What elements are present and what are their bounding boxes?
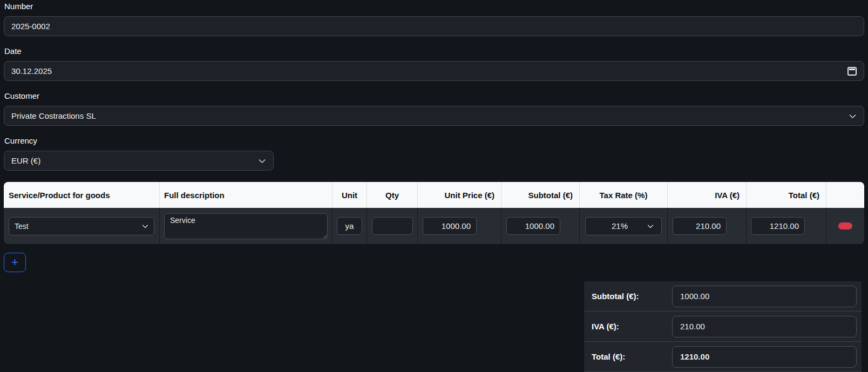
customer-value: Private Costractions SL (11, 111, 96, 120)
header-subtotal: Subtotal (€) (501, 182, 579, 208)
header-description: Full description (159, 182, 332, 208)
header-tax-rate: Tax Rate (%) (579, 182, 667, 208)
chevron-down-icon (647, 222, 653, 228)
chevron-down-icon (259, 156, 266, 163)
iva-input[interactable] (673, 217, 727, 235)
invoice-form-page: Number 2025-0002 Date 30.12.2025 Custome… (0, 2, 868, 372)
date-value: 30.12.2025 (11, 66, 52, 76)
summary-iva-label: IVA (€): (584, 322, 672, 331)
unit-price-input[interactable] (423, 217, 477, 235)
number-input[interactable]: 2025-0002 (4, 16, 864, 36)
customer-select[interactable]: Private Costractions SL (4, 106, 864, 126)
date-input[interactable]: 30.12.2025 (4, 61, 864, 81)
header-qty: Qty (367, 182, 417, 208)
header-total: Total (€) (746, 182, 826, 208)
currency-field-group: Currency EUR (€) (4, 136, 864, 171)
date-label: Date (4, 46, 864, 56)
chevron-down-icon (849, 111, 856, 118)
chevron-down-icon (142, 222, 148, 228)
summary-subtotal-input[interactable]: 1000.00 (672, 286, 857, 307)
number-value: 2025-0002 (11, 22, 50, 31)
add-row-button[interactable]: + (4, 253, 26, 272)
unit-input[interactable] (337, 217, 362, 235)
line-items-header-row: Service/Product for goods Full descripti… (4, 182, 864, 208)
full-description-textarea[interactable]: Service (164, 213, 328, 239)
header-actions (826, 182, 864, 208)
qty-input[interactable] (372, 217, 413, 235)
date-field-group: Date 30.12.2025 (4, 46, 864, 81)
currency-select[interactable]: EUR (€) (4, 151, 274, 171)
summary-subtotal-label: Subtotal (€): (584, 292, 672, 301)
header-iva: IVA (€) (667, 182, 746, 208)
tax-rate-select[interactable]: 21% (585, 217, 662, 235)
total-cell (746, 208, 826, 244)
summary-iva-row: IVA (€): 210.00 (584, 312, 862, 342)
qty-cell (367, 208, 417, 244)
customer-field-group: Customer Private Costractions SL (4, 91, 864, 126)
currency-value: EUR (€) (11, 156, 40, 165)
currency-label: Currency (4, 136, 864, 146)
delete-row-button[interactable] (838, 222, 852, 229)
summary-total-label: Total (€): (584, 352, 672, 361)
calendar-icon[interactable] (847, 67, 857, 76)
summary-iva-value: 210.00 (680, 322, 705, 331)
summary-total-value: 1210.00 (680, 352, 709, 361)
summary-subtotal-value: 1000.00 (680, 292, 709, 301)
summary-subtotal-row: Subtotal (€): 1000.00 (584, 281, 862, 312)
number-label: Number (4, 2, 864, 11)
totals-summary-table: Subtotal (€): 1000.00 IVA (€): 210.00 To… (584, 281, 862, 372)
total-input[interactable] (751, 217, 805, 235)
tax-rate-cell: 21% (579, 208, 667, 244)
header-service: Service/Product for goods (4, 182, 159, 208)
tax-rate-value: 21% (612, 221, 628, 231)
service-product-value: Test (15, 222, 29, 231)
subtotal-input[interactable] (506, 217, 560, 235)
header-unit: Unit (332, 182, 367, 208)
subtotal-cell (501, 208, 579, 244)
iva-cell (667, 208, 746, 244)
number-field-group: Number 2025-0002 (4, 2, 864, 36)
description-cell: Service (159, 208, 332, 244)
unit-price-cell (417, 208, 501, 244)
line-items-table: Service/Product for goods Full descripti… (4, 182, 864, 244)
summary-iva-input[interactable]: 210.00 (672, 316, 857, 337)
unit-cell (332, 208, 367, 244)
line-item-row: Test Service 21% (4, 208, 864, 244)
summary-total-row: Total (€): 1210.00 (584, 342, 862, 372)
summary-total-input[interactable]: 1210.00 (672, 346, 857, 368)
header-unit-price: Unit Price (€) (417, 182, 501, 208)
row-actions-cell (826, 208, 864, 244)
service-cell: Test (4, 208, 159, 244)
customer-label: Customer (4, 91, 864, 101)
plus-icon: + (11, 256, 18, 268)
service-product-select[interactable]: Test (9, 217, 154, 235)
